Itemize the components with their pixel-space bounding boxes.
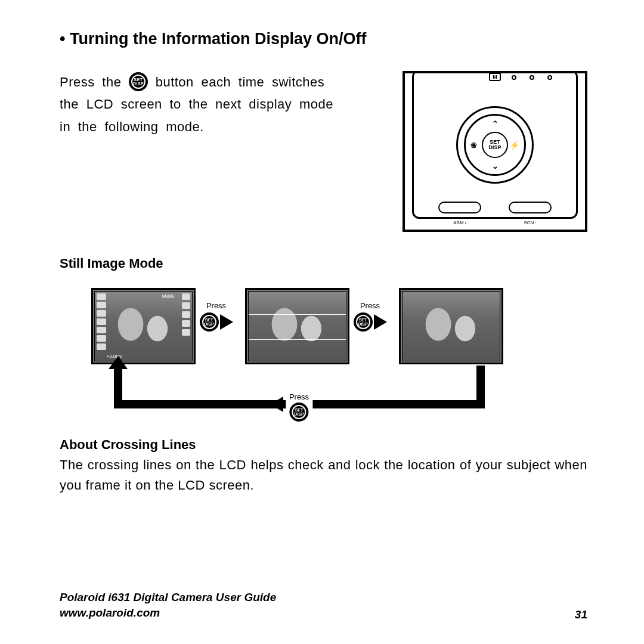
mode-dial-icon: M <box>489 73 501 81</box>
arrow-left-icon <box>270 397 283 412</box>
asm-button <box>438 202 481 213</box>
osd-left-icons <box>97 293 114 359</box>
bottom-buttons <box>414 202 576 213</box>
macro-icon: ❀ <box>470 141 477 150</box>
intro-block: Press the SETDISP button each time switc… <box>60 71 587 232</box>
section-heading: • Turning the Information Display On/Off <box>60 30 587 48</box>
set-disp-icon: SETDISP <box>129 72 148 91</box>
about-crossing-lines-heading: About Crossing Lines <box>60 437 587 453</box>
page-footer: Polaroid i631 Digital Camera User Guide … <box>60 590 587 621</box>
asm-label: ASM / <box>453 220 466 225</box>
arrow-up-icon <box>109 356 128 369</box>
intro-paragraph: Press the SETDISP button each time switc… <box>60 71 346 138</box>
screen-full-info: 9999 +2.0EV <box>91 288 196 364</box>
press-label: Press <box>289 392 309 401</box>
set-disp-button: SET DISP <box>482 132 508 158</box>
press-step-1: Press SETDISP <box>200 301 233 332</box>
set-disp-icon: SETDISP <box>289 402 308 422</box>
footer-title: Polaroid i631 Digital Camera User Guide <box>60 590 276 606</box>
press-step-2: Press SETDISP <box>354 301 387 332</box>
set-disp-icon: SETDISP <box>200 312 219 332</box>
up-arrow-icon: ⌃ <box>492 119 499 128</box>
osd-right-icons <box>178 293 190 359</box>
osd-shots-remaining: 9999 <box>162 293 174 299</box>
down-arrow-icon: ⌄ <box>492 162 499 171</box>
screen-grid <box>245 288 349 364</box>
flash-icon: ⚡ <box>510 141 519 150</box>
dpad-ring: SET DISP ⌃ ⌄ ❀ ⚡ <box>456 106 534 184</box>
scn-label: SCN · <box>524 220 536 225</box>
still-image-mode-heading: Still Image Mode <box>60 256 587 271</box>
press-label: Press <box>360 301 380 310</box>
set-disp-icon: SETDISP <box>354 312 373 332</box>
intro-before: Press the <box>60 75 129 89</box>
indicator-leds <box>512 75 552 80</box>
display-mode-flow: 9999 +2.0EV Press SETDISP Press SETDISP … <box>91 288 556 419</box>
about-crossing-lines-body: The crossing lines on the LCD helps chec… <box>60 455 587 496</box>
scn-button <box>509 202 552 213</box>
screen-clean <box>399 288 503 364</box>
return-arrow-path: Press SETDISP <box>114 366 485 408</box>
arrow-right-icon <box>374 314 387 330</box>
arrow-right-icon <box>220 314 233 330</box>
footer-url: www.polaroid.com <box>60 605 276 621</box>
page-number: 31 <box>575 608 587 621</box>
press-label: Press <box>206 301 226 310</box>
camera-illustration: M SET DISP ⌃ ⌄ ❀ ⚡ <box>402 71 587 232</box>
press-step-3: Press SETDISP <box>286 392 312 422</box>
